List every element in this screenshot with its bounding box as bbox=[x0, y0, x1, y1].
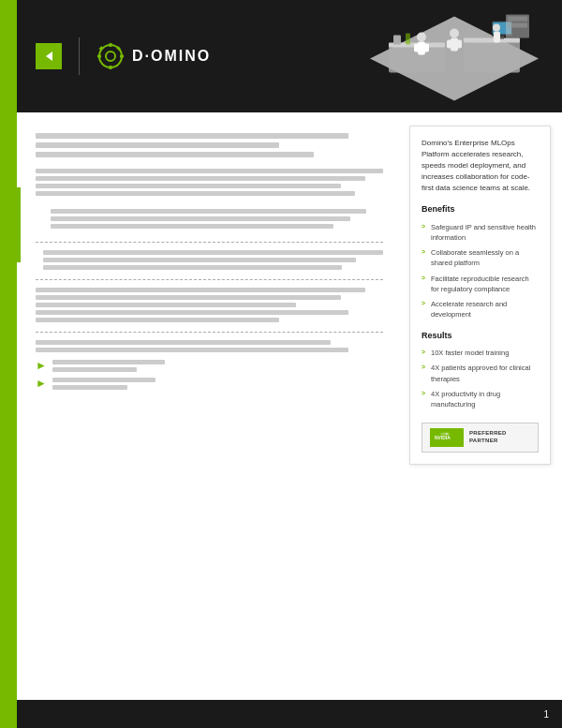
body-line bbox=[51, 209, 366, 214]
result-item-1: 10X faster model training bbox=[422, 348, 539, 358]
body-line bbox=[51, 224, 333, 229]
page-number: 1 bbox=[543, 709, 549, 720]
svg-point-17 bbox=[417, 33, 426, 42]
arrow-line bbox=[52, 378, 155, 382]
benefit-item-4: Accelerate research and development bbox=[422, 299, 539, 320]
body-line bbox=[36, 295, 341, 300]
benefit-item-2: Collaborate seamlessly on a shared platf… bbox=[422, 247, 539, 269]
benefit-item-3: Facilitate reproducible research for reg… bbox=[422, 274, 539, 295]
left-column: ► ► bbox=[17, 112, 398, 700]
body-line bbox=[36, 169, 383, 173]
body-text-block-1 bbox=[36, 169, 383, 196]
body-line bbox=[36, 176, 365, 181]
svg-point-34 bbox=[446, 433, 449, 436]
header-divider bbox=[79, 37, 80, 75]
svg-point-21 bbox=[450, 29, 459, 38]
green-arrow-icon-1: ► bbox=[36, 359, 47, 372]
arrow-line bbox=[52, 360, 165, 364]
green-arrow-item-1: ► bbox=[36, 360, 383, 372]
info-card-intro: Domino's Enterprise MLOps Platform accel… bbox=[422, 138, 539, 194]
svg-rect-20 bbox=[424, 44, 429, 52]
info-card: Domino's Enterprise MLOps Platform accel… bbox=[409, 126, 551, 465]
result-item-2: 4X patients approved for clinical therap… bbox=[422, 363, 539, 384]
logo-text: D·OMINO bbox=[132, 48, 211, 65]
svg-rect-28 bbox=[406, 34, 410, 45]
back-button[interactable] bbox=[36, 43, 62, 69]
main-content: ► ► Domino's Enterprise MLOps Platform a… bbox=[17, 112, 562, 700]
green-arrow-item-2: ► bbox=[36, 378, 383, 390]
svg-rect-16 bbox=[500, 37, 504, 39]
body-line bbox=[43, 265, 342, 270]
svg-point-2 bbox=[106, 52, 115, 61]
sidebar-accent-bar bbox=[0, 0, 17, 728]
lab-illustration bbox=[361, 5, 548, 112]
body-text-block-4 bbox=[36, 288, 383, 322]
title-line-2 bbox=[36, 142, 279, 148]
body-line bbox=[36, 340, 331, 345]
back-arrow-icon bbox=[43, 51, 54, 62]
right-column: Domino's Enterprise MLOps Platform accel… bbox=[398, 112, 562, 700]
footer: 1 bbox=[17, 700, 562, 728]
header: D·OMINO bbox=[17, 0, 562, 112]
benefit-item-1: Safeguard IP and sensitive health inform… bbox=[422, 222, 539, 244]
body-line bbox=[36, 303, 296, 307]
svg-rect-31 bbox=[508, 23, 527, 28]
body-line bbox=[51, 216, 350, 221]
svg-rect-22 bbox=[451, 38, 458, 52]
svg-rect-13 bbox=[464, 38, 520, 43]
body-line bbox=[43, 258, 356, 262]
svg-rect-3 bbox=[110, 43, 112, 47]
separator-line-3 bbox=[36, 332, 383, 333]
svg-rect-12 bbox=[464, 40, 520, 73]
svg-rect-30 bbox=[508, 17, 527, 22]
logo-area: D·OMINO bbox=[96, 42, 211, 70]
body-line bbox=[43, 250, 383, 255]
title-line-1 bbox=[36, 133, 348, 139]
nvidia-logo: NVIDIA bbox=[430, 428, 464, 447]
svg-rect-7 bbox=[99, 46, 104, 51]
body-line bbox=[36, 310, 348, 315]
svg-rect-19 bbox=[414, 44, 419, 52]
title-line-3 bbox=[36, 152, 314, 157]
green-arrow-icon-2: ► bbox=[36, 377, 47, 390]
body-line bbox=[36, 191, 355, 196]
nvidia-logo-svg: NVIDIA bbox=[432, 429, 462, 446]
benefits-heading: Benefits bbox=[422, 203, 539, 216]
svg-rect-27 bbox=[393, 36, 401, 45]
svg-rect-6 bbox=[120, 55, 124, 58]
body-text-block-3 bbox=[36, 250, 383, 270]
results-heading: Results bbox=[422, 330, 539, 343]
arrow-line bbox=[52, 367, 137, 372]
svg-rect-23 bbox=[447, 40, 451, 49]
svg-text:NVIDIA: NVIDIA bbox=[435, 435, 451, 440]
svg-rect-26 bbox=[494, 32, 500, 43]
preferred-partner-label: PREFERREDPARTNER bbox=[469, 430, 507, 445]
body-line bbox=[36, 288, 365, 292]
body-line bbox=[36, 318, 279, 322]
svg-rect-5 bbox=[97, 55, 101, 58]
nvidia-badge: NVIDIA PREFERREDPARTNER bbox=[422, 423, 539, 453]
svg-rect-4 bbox=[110, 66, 112, 69]
separator-line-1 bbox=[36, 242, 383, 243]
body-text-block-2 bbox=[36, 209, 383, 229]
preferred-partner-text: PREFERREDPARTNER bbox=[469, 430, 507, 445]
separator-line-2 bbox=[36, 279, 383, 280]
green-arrow-text-2 bbox=[52, 378, 155, 390]
svg-marker-0 bbox=[46, 52, 52, 61]
body-text-block-5 bbox=[36, 340, 383, 352]
arrow-line bbox=[52, 385, 127, 390]
result-item-3: 4X productivity in drug manufacturing bbox=[422, 389, 539, 410]
body-line bbox=[36, 348, 348, 352]
svg-rect-18 bbox=[418, 42, 425, 55]
header-illustration bbox=[361, 5, 548, 114]
domino-logo-icon bbox=[96, 42, 125, 70]
svg-rect-24 bbox=[457, 40, 462, 49]
body-line bbox=[36, 184, 341, 188]
svg-point-25 bbox=[493, 24, 500, 32]
green-accent-bar bbox=[17, 187, 21, 262]
green-arrow-text-1 bbox=[52, 360, 165, 372]
